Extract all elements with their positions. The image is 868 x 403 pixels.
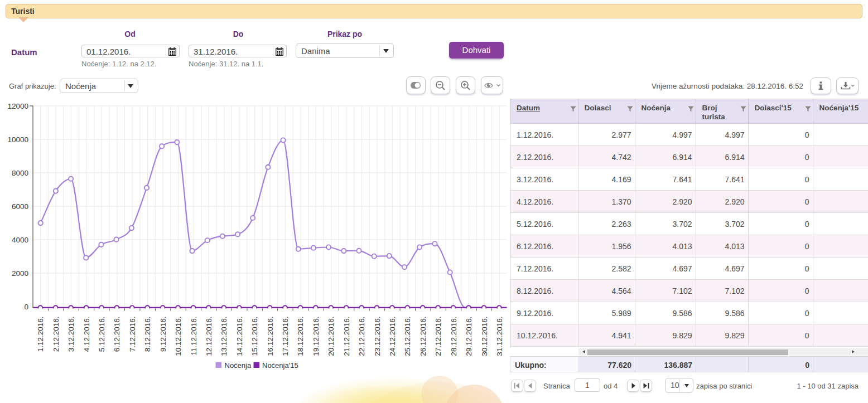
svg-text:15.12.2016.: 15.12.2016. xyxy=(250,317,259,356)
svg-text:4000: 4000 xyxy=(12,236,28,244)
svg-text:6.12.2016.: 6.12.2016. xyxy=(113,317,121,352)
svg-text:13.12.2016.: 13.12.2016. xyxy=(220,317,228,356)
svg-text:1.12.2016.: 1.12.2016. xyxy=(36,317,45,352)
svg-text:14.12.2016.: 14.12.2016. xyxy=(235,317,244,356)
svg-text:10.12.2016.: 10.12.2016. xyxy=(174,317,182,356)
svg-text:30.12.2016.: 30.12.2016. xyxy=(480,317,489,356)
svg-text:18.12.2016.: 18.12.2016. xyxy=(296,317,305,356)
svg-text:6000: 6000 xyxy=(12,202,28,211)
svg-text:2000: 2000 xyxy=(12,269,28,278)
svg-text:23.12.2016.: 23.12.2016. xyxy=(373,317,382,356)
svg-text:7.12.2016.: 7.12.2016. xyxy=(128,317,137,352)
svg-text:28.12.2016.: 28.12.2016. xyxy=(450,317,458,356)
svg-text:3.12.2016.: 3.12.2016. xyxy=(67,317,75,352)
svg-text:Noćenja'15: Noćenja'15 xyxy=(262,361,298,370)
svg-text:27.12.2016.: 27.12.2016. xyxy=(434,317,442,356)
svg-text:2.12.2016.: 2.12.2016. xyxy=(52,317,60,352)
svg-text:21.12.2016.: 21.12.2016. xyxy=(343,317,351,356)
svg-text:17.12.2016.: 17.12.2016. xyxy=(281,317,290,356)
svg-text:10000: 10000 xyxy=(7,135,28,144)
svg-text:8000: 8000 xyxy=(12,169,28,177)
svg-text:24.12.2016.: 24.12.2016. xyxy=(388,317,397,356)
svg-text:22.12.2016.: 22.12.2016. xyxy=(358,317,366,356)
svg-text:12000: 12000 xyxy=(7,102,28,110)
svg-text:0: 0 xyxy=(24,303,28,311)
svg-text:9.12.2016.: 9.12.2016. xyxy=(159,317,167,352)
svg-text:31.12.2016.: 31.12.2016. xyxy=(495,317,504,356)
svg-text:26.12.2016.: 26.12.2016. xyxy=(419,317,427,356)
svg-text:19.12.2016.: 19.12.2016. xyxy=(312,317,320,356)
svg-text:16.12.2016.: 16.12.2016. xyxy=(266,317,274,356)
svg-text:Noćenja: Noćenja xyxy=(225,361,252,370)
svg-text:4.12.2016.: 4.12.2016. xyxy=(83,317,91,352)
svg-text:12.12.2016.: 12.12.2016. xyxy=(205,317,213,356)
svg-text:25.12.2016.: 25.12.2016. xyxy=(403,317,412,356)
svg-text:29.12.2016.: 29.12.2016. xyxy=(465,317,473,356)
svg-text:20.12.2016.: 20.12.2016. xyxy=(327,317,335,356)
svg-text:11.12.2016.: 11.12.2016. xyxy=(190,317,198,356)
svg-text:8.12.2016.: 8.12.2016. xyxy=(143,317,152,352)
svg-text:5.12.2016.: 5.12.2016. xyxy=(98,317,106,352)
